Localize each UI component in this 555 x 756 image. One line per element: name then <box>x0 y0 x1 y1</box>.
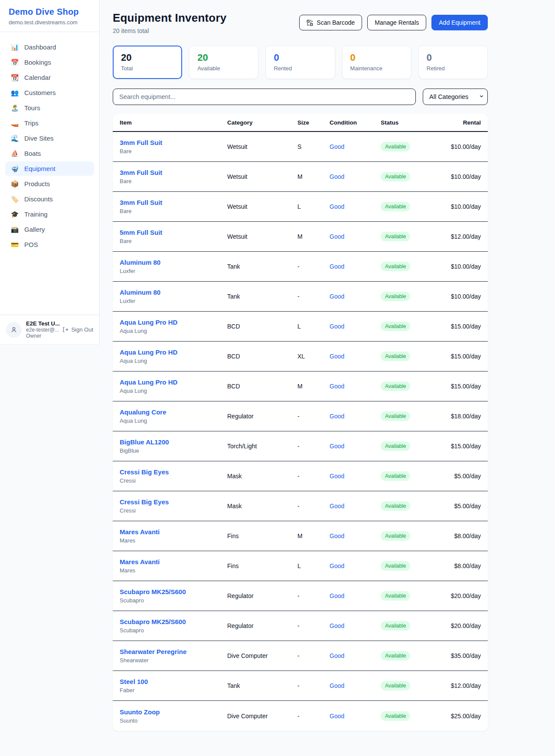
condition-link[interactable]: Good <box>330 263 344 270</box>
search-input[interactable] <box>113 89 416 105</box>
sidebar-item-dive-sites[interactable]: 🌊Dive Sites <box>5 131 94 145</box>
item-brand: Mares <box>120 537 227 544</box>
sign-out-button[interactable]: Sign Out <box>62 326 93 333</box>
condition-link[interactable]: Good <box>330 503 344 509</box>
condition-link[interactable]: Good <box>330 473 344 480</box>
condition-link[interactable]: Good <box>330 353 344 360</box>
add-equipment-button[interactable]: Add Equipment <box>431 15 488 30</box>
item-name-link[interactable]: 3mm Full Suit <box>120 139 227 146</box>
condition-link[interactable]: Good <box>330 592 344 599</box>
item-name-link[interactable]: Aqua Lung Pro HD <box>120 348 227 356</box>
item-name-link[interactable]: Scubapro MK25/S600 <box>120 588 227 595</box>
sidebar-item-tours[interactable]: 🏝️Tours <box>5 101 94 115</box>
item-name-link[interactable]: 3mm Full Suit <box>120 169 227 176</box>
condition-link[interactable]: Good <box>330 713 344 720</box>
condition-cell: Good <box>330 173 381 181</box>
category-cell: Mask <box>227 473 297 480</box>
filters-row: All Categories <box>113 89 488 105</box>
table-row: Aluminum 80LuxferTank-GoodAvailable$10.0… <box>113 252 488 282</box>
item-name-link[interactable]: 5mm Full Suit <box>120 229 227 236</box>
scan-barcode-button[interactable]: Scan Barcode <box>299 15 362 30</box>
sidebar-item-trips[interactable]: 🚤Trips <box>5 116 94 130</box>
size-cell: S <box>297 143 330 150</box>
condition-cell: Good <box>330 622 381 630</box>
item-name-link[interactable]: Scubapro MK25/S600 <box>120 618 227 625</box>
condition-link[interactable]: Good <box>330 203 344 210</box>
condition-link[interactable]: Good <box>330 233 344 240</box>
sidebar-item-boats[interactable]: ⛵Boats <box>5 146 94 161</box>
stat-value: 20 <box>121 52 174 63</box>
condition-link[interactable]: Good <box>330 562 344 569</box>
item-name-link[interactable]: Cressi Big Eyes <box>120 498 227 506</box>
condition-cell: Good <box>330 293 381 300</box>
manage-rentals-button[interactable]: Manage Rentals <box>367 15 426 30</box>
category-cell: Wetsuit <box>227 173 297 180</box>
item-name-link[interactable]: Steel 100 <box>120 678 227 685</box>
item-name-link[interactable]: BigBlue AL1200 <box>120 438 227 446</box>
condition-link[interactable]: Good <box>330 173 344 180</box>
condition-link[interactable]: Good <box>330 323 344 330</box>
item-name-link[interactable]: Mares Avanti <box>120 528 227 536</box>
condition-link[interactable]: Good <box>330 413 344 420</box>
condition-cell: Good <box>330 562 381 570</box>
sidebar-nav: 📊Dashboard📅Bookings📆Calendar👥Customers🏝️… <box>0 32 99 315</box>
item-name-link[interactable]: Aqualung Core <box>120 408 227 416</box>
stat-card-rented[interactable]: 0Rented <box>265 46 335 79</box>
sidebar-item-customers[interactable]: 👥Customers <box>5 85 94 100</box>
item-cell: Steel 100Faber <box>120 678 227 694</box>
item-name-link[interactable]: Cressi Big Eyes <box>120 468 227 476</box>
item-name-link[interactable]: Aqua Lung Pro HD <box>120 319 227 326</box>
item-name-link[interactable]: Aluminum 80 <box>120 259 227 266</box>
size-cell: - <box>297 263 330 270</box>
status-badge: Available <box>381 681 410 690</box>
sidebar-item-gallery[interactable]: 📸Gallery <box>5 222 94 237</box>
sidebar-item-dashboard[interactable]: 📊Dashboard <box>5 40 94 54</box>
stat-card-maintenance[interactable]: 0Maintenance <box>342 46 411 79</box>
table-row: Steel 100FaberTank-GoodAvailable$12.00/d… <box>113 671 488 701</box>
category-cell: BCD <box>227 353 297 360</box>
item-name-link[interactable]: Aqua Lung Pro HD <box>120 378 227 386</box>
size-cell: M <box>297 532 330 539</box>
condition-cell: Good <box>330 352 381 360</box>
sidebar-item-training[interactable]: 🎓Training <box>5 207 94 221</box>
brand-name[interactable]: Demo Dive Shop <box>9 7 91 17</box>
stat-label: Total <box>121 65 174 72</box>
sidebar-item-label: Boats <box>24 150 41 157</box>
item-name-link[interactable]: Suunto Zoop <box>120 708 227 716</box>
condition-link[interactable]: Good <box>330 532 344 539</box>
status-badge: Available <box>381 651 410 661</box>
sidebar-item-pos[interactable]: 💳POS <box>5 237 94 252</box>
user-role: Owner <box>26 333 58 339</box>
item-name-link[interactable]: Aluminum 80 <box>120 289 227 296</box>
size-cell: - <box>297 473 330 480</box>
condition-link[interactable]: Good <box>330 443 344 450</box>
size-cell: - <box>297 293 330 300</box>
category-cell: Regulator <box>227 622 297 629</box>
size-cell: - <box>297 682 330 689</box>
sidebar-item-discounts[interactable]: 🏷️Discounts <box>5 192 94 206</box>
status-cell: Available <box>381 352 439 361</box>
category-select[interactable]: All Categories <box>423 89 488 105</box>
item-name-link[interactable]: Shearwater Peregrine <box>120 648 227 655</box>
sidebar-item-bookings[interactable]: 📅Bookings <box>5 55 94 69</box>
condition-cell: Good <box>330 382 381 390</box>
stat-card-available[interactable]: 20Available <box>189 46 258 79</box>
condition-link[interactable]: Good <box>330 622 344 629</box>
condition-link[interactable]: Good <box>330 293 344 300</box>
sidebar-item-products[interactable]: 📦Products <box>5 177 94 191</box>
condition-link[interactable]: Good <box>330 652 344 659</box>
size-cell: - <box>297 413 330 420</box>
sidebar-item-calendar[interactable]: 📆Calendar <box>5 70 94 85</box>
condition-link[interactable]: Good <box>330 682 344 689</box>
item-brand: Cressi <box>120 477 227 484</box>
status-cell: Available <box>381 621 439 631</box>
rental-cell: $18.00/day <box>439 413 481 420</box>
condition-link[interactable]: Good <box>330 383 344 390</box>
stat-card-total[interactable]: 20Total <box>113 46 182 79</box>
item-name-link[interactable]: 3mm Full Suit <box>120 199 227 206</box>
sidebar-item-equipment[interactable]: 🤿Equipment <box>5 161 94 176</box>
stat-card-retired[interactable]: 0Retired <box>418 46 488 79</box>
item-name-link[interactable]: Mares Avanti <box>120 558 227 565</box>
condition-link[interactable]: Good <box>330 143 344 150</box>
status-badge: Available <box>381 501 410 511</box>
